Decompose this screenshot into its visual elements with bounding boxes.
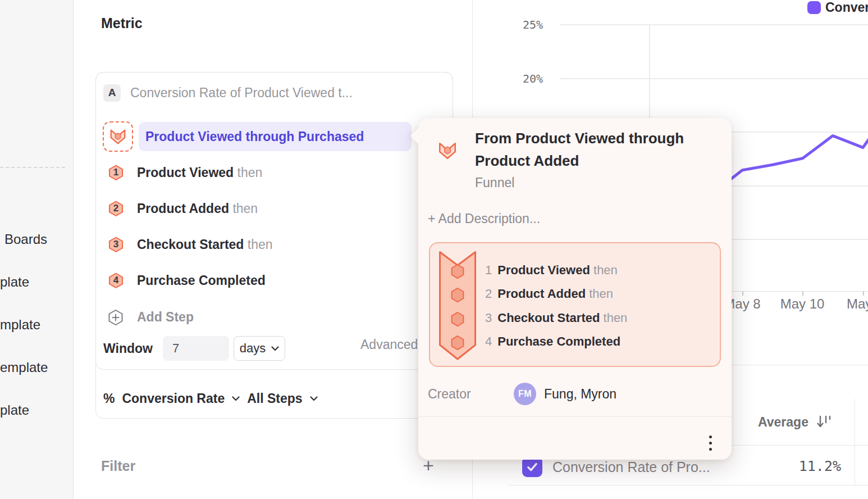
row-checkbox-checked[interactable] [522, 457, 542, 477]
funnel-icon [108, 127, 127, 146]
popover-steps-box: 1Product Viewed then 2Product Added then… [429, 242, 721, 367]
step-3-hexagon-badge: 3 [108, 237, 124, 252]
funnel-icon-dashed-box[interactable] [103, 121, 133, 152]
chevron-down-icon [271, 346, 279, 351]
popover-title: From Product Viewed through Product Adde… [475, 127, 716, 172]
chevron-down-icon[interactable] [310, 396, 318, 401]
window-value-input[interactable] [163, 336, 229, 361]
checkmark-icon [527, 462, 538, 472]
window-unit-select[interactable]: days [234, 336, 285, 361]
step-4-name: Purchase Completed [137, 273, 266, 288]
creator-label: Creator [428, 387, 514, 402]
more-options-icon[interactable] [699, 430, 721, 455]
popover-step-1: 1Product Viewed then [485, 258, 618, 282]
x-tickmark [742, 291, 743, 296]
y-axis-tick-25: 25% [509, 18, 543, 31]
selected-funnel-pill[interactable]: Product Viewed through Purchased [139, 122, 412, 151]
sidebar-divider [0, 167, 65, 168]
measure-dropdown[interactable]: Conversion Rate [122, 391, 225, 406]
metric-section-heading: Metric [101, 15, 143, 31]
legend-swatch [807, 1, 821, 14]
sidebar-item-template-4[interactable]: plate [0, 402, 29, 418]
step-2-name: Product Added [137, 201, 229, 216]
add-step-label: Add Step [137, 310, 194, 325]
add-step-button[interactable]: Add Step [108, 302, 194, 332]
x-tickmark [802, 291, 803, 296]
funnel-step-row-3[interactable]: 3 Checkout Started then [108, 230, 273, 259]
app-screen: Boards plate mplate emplate plate Metric… [0, 0, 868, 499]
table-header-average[interactable]: Average [758, 414, 833, 430]
legend-label: Conver [825, 0, 868, 15]
avatar[interactable]: FM [514, 383, 536, 405]
popover-type-label: Funnel [475, 175, 514, 190]
step-1-hexagon-badge: 1 [108, 165, 124, 180]
percent-prefix: % [103, 391, 115, 406]
popover-step-4: 4Purchase Completed [485, 330, 624, 353]
funnel-icon [437, 140, 458, 164]
filter-section-heading: Filter [101, 458, 135, 474]
measure-footer-row: % Conversion Rate All Steps [103, 386, 318, 411]
gridline-25 [560, 24, 868, 25]
sidebar-item-boards[interactable]: Boards [4, 232, 47, 247]
creator-name: Fung, Myron [544, 387, 616, 402]
table-row-average-value: 11.2% [762, 458, 841, 474]
metric-title-row: A Conversion Rate of Product Viewed t... [103, 84, 353, 102]
x-axis-label-may12: May [847, 296, 868, 312]
funnel-step-row-1[interactable]: 1 Product Viewed then [108, 158, 262, 187]
sort-descending-icon [815, 414, 833, 430]
window-label: Window [103, 341, 153, 356]
chart-legend[interactable]: Conver [807, 0, 868, 15]
step-3-name: Checkout Started [137, 237, 244, 252]
sidebar-item-template-1[interactable]: plate [0, 274, 29, 290]
chevron-down-icon[interactable] [232, 396, 240, 401]
add-step-hexagon-icon [108, 309, 124, 325]
advanced-link[interactable]: Advanced [360, 337, 418, 352]
steps-scope-dropdown[interactable]: All Steps [247, 391, 302, 406]
selected-funnel-label: Product Viewed through Purchased [145, 129, 364, 144]
step-1-name: Product Viewed [137, 165, 234, 180]
popover-step-3: 3Checkout Started then [485, 306, 627, 330]
window-unit-value: days [240, 341, 266, 356]
popover-footer-divider [418, 416, 732, 417]
funnel-step-row-4[interactable]: 4 Purchase Completed [108, 266, 266, 295]
funnel-details-popover: From Product Viewed through Product Adde… [418, 118, 732, 460]
creator-row: Creator FM Fung, Myron [428, 374, 616, 414]
y-axis-tick-20: 20% [509, 72, 543, 85]
table-column-divider [855, 399, 855, 487]
step-3-suffix: then [248, 237, 273, 252]
table-row-border [508, 485, 868, 486]
funnel-banner-icon [438, 251, 477, 361]
step-2-suffix: then [232, 201, 258, 216]
gridline-20 [560, 78, 868, 79]
add-description-link[interactable]: + Add Description... [428, 211, 540, 226]
step-4-hexagon-badge: 4 [108, 273, 124, 288]
sidebar: Boards plate mplate emplate plate [0, 0, 74, 499]
popover-step-2: 2Product Added then [485, 282, 613, 306]
metric-title[interactable]: Conversion Rate of Product Viewed t... [130, 85, 353, 101]
funnel-step-row-2[interactable]: 2 Product Added then [108, 194, 258, 223]
table-row-metric-name[interactable]: Conversion Rate of Pro... [552, 459, 710, 475]
series-a-badge: A [103, 84, 121, 102]
sidebar-item-template-3[interactable]: emplate [0, 360, 48, 375]
x-tickmark [863, 291, 864, 296]
metric-definition-card: A Conversion Rate of Product Viewed t...… [95, 72, 453, 419]
window-row: Window days [103, 336, 285, 361]
step-2-hexagon-badge: 2 [108, 201, 124, 216]
x-axis-label-may10: May 10 [780, 296, 825, 312]
step-1-suffix: then [237, 165, 263, 180]
sidebar-item-template-2[interactable]: mplate [0, 317, 40, 333]
